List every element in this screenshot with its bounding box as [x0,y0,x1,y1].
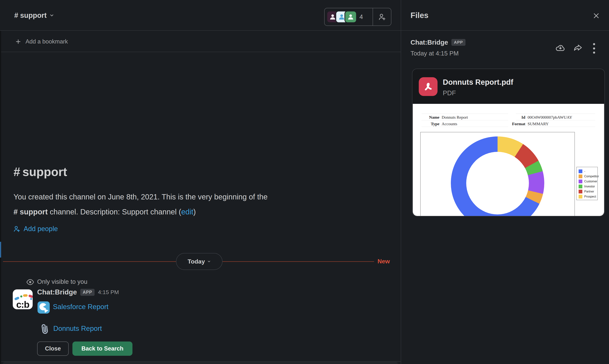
forward-icon[interactable] [573,43,583,53]
intro-channel-name: support [22,165,67,179]
composer-top-strip [3,362,398,364]
file-sender-row: Chat:Bridge APP [410,39,465,46]
channel-hash: # [14,12,18,19]
file-timestamp: Today at 4:15 PM [410,50,459,57]
intro-text-line2: # support channel. Description: Support … [14,208,370,216]
chatbridge-avatar[interactable]: c:b [13,289,33,309]
channel-header: #support 4 [0,0,401,31]
preview-rule [421,114,508,114]
files-panel: Files Chat:Bridge APP Today at 4:15 PM D… [401,0,609,364]
donut-hole [466,152,529,214]
new-messages-label: New [368,258,390,265]
field-label: Id [508,115,525,120]
legend-label: - [584,170,585,173]
channel-panel: #support 4 [0,0,401,364]
legend-swatch [579,169,582,173]
add-member-button[interactable] [373,8,391,26]
legend-swatch [579,195,582,198]
date-divider-label: Today [188,258,205,265]
intro-text-line1: You created this channel on June 8th, 20… [14,193,370,201]
chevron-down-icon [207,260,211,263]
files-panel-header: Files [401,0,609,31]
field-value: Donnuts Report [442,115,468,120]
intro-title: # support [14,165,67,179]
pdf-preview: Name Donnuts Report Id 00O4W000007pbAWUA… [413,104,604,216]
add-people-label: Add people [24,225,58,233]
visibility-note: Only visible to you [37,278,87,285]
left-edge-strip [0,31,1,364]
avatar-dash [23,294,27,297]
message-header: Chat:Bridge APP 4:15 PM [37,288,119,296]
legend-item: Competitor [579,174,597,179]
intro-line2-hash: # [14,208,20,216]
intro-line2-close: ) [193,208,196,216]
legend-item: Investor [579,184,597,189]
pdf-file-icon [419,77,437,96]
add-bookmark-label: Add a bookmark [26,38,68,45]
legend-label: Investor [584,185,595,188]
file-sender-name[interactable]: Chat:Bridge [410,39,448,46]
legend-item: - [579,169,597,174]
preview-rule [421,120,508,120]
app-badge: APP [451,39,465,46]
files-panel-title: Files [410,0,429,31]
close-icon[interactable] [592,12,600,20]
message-timestamp[interactable]: 4:15 PM [98,289,119,295]
legend-label: Competitor [584,175,599,178]
close-button[interactable]: Close [37,341,69,356]
avatar-dash [28,294,33,298]
legend-swatch [579,185,582,188]
person-plus-icon [378,13,386,21]
avatar-dash [20,295,22,298]
add-bookmark-button[interactable]: Add a bookmark [15,31,68,52]
legend-swatch [579,190,582,194]
plus-icon [15,39,21,45]
salesforce-report-link[interactable]: Salesforce Report [53,303,108,311]
person-plus-icon [13,225,21,233]
channel-title-button[interactable]: #support [14,0,54,31]
field-label: Format [508,121,525,126]
intro-line2-text: channel. Description: Support channel ( [48,208,181,216]
legend-swatch [579,174,582,178]
add-people-link[interactable]: Add people [13,225,58,233]
edit-description-link[interactable]: edit [181,208,193,216]
file-type: PDF [443,89,456,97]
unread-divider-line [3,261,176,262]
intro-line2-channel: support [20,208,48,216]
app-badge: APP [80,289,95,296]
legend-item: Partner [579,189,597,194]
preview-rule [516,114,595,114]
channel-name: support [20,12,47,19]
field-label: Name [421,115,439,120]
field-value: 00O4W000007pbAWUAY [528,115,572,120]
kebab-menu-icon[interactable] [592,43,596,54]
preview-rule [516,120,595,120]
date-divider-button[interactable]: Today [176,253,222,270]
legend-label: Customer [584,180,597,183]
app-window: #support 4 [0,0,609,364]
chart-legend: - Competitor Customer Investor Partner P… [576,167,598,200]
field-value: Accounts [442,121,457,126]
chevron-down-icon [49,13,54,18]
legend-label: Prospect [584,195,596,198]
legend-label: Partner [584,190,594,193]
download-icon[interactable] [555,43,566,53]
paperclip-icon [38,322,52,337]
field-label: Type [421,121,439,126]
file-name: Donnuts Report.pdf [443,78,513,86]
sender-name[interactable]: Chat:Bridge [37,288,77,296]
unread-divider-line [222,261,374,262]
member-count: 4 [359,13,363,20]
avatar [345,12,356,22]
attachment-link[interactable]: Donnuts Report [53,325,102,333]
file-card[interactable]: Donnuts Report.pdf PDF Name Donnuts Repo… [412,69,605,216]
member-avatars[interactable]: 4 [325,8,373,26]
salesforce-report-icon [38,301,50,313]
intro-hash: # [14,165,20,179]
field-value: SUMMARY [528,121,549,126]
back-to-search-button[interactable]: Back to Search [72,341,133,356]
eye-icon [26,278,35,286]
legend-item: Customer [579,179,597,184]
left-scroll-indicator[interactable] [0,242,1,258]
member-box[interactable]: 4 [324,8,391,26]
